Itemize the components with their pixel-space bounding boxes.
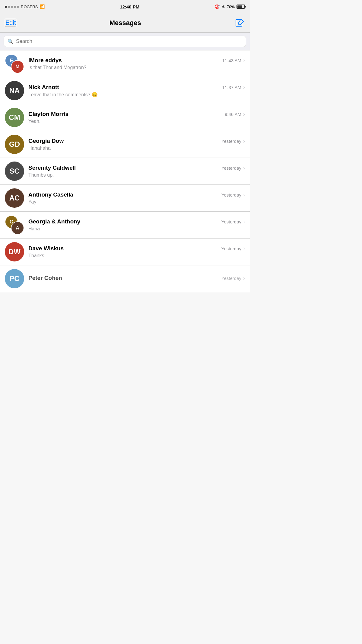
signal-dot-1 <box>5 6 7 8</box>
nav-bar: Edit Messages <box>0 13 250 33</box>
battery-percent: 70% <box>227 5 235 9</box>
message-content: Nick Arnott 11:37 AM › Leave that in the… <box>28 84 245 98</box>
message-header: Serenity Caldwell Yesterday › <box>28 165 245 171</box>
message-row[interactable]: G A Georgia & Anthony Yesterday › Haha <box>0 212 250 239</box>
message-time: Yesterday › <box>221 275 245 281</box>
message-row[interactable]: SC Serenity Caldwell Yesterday › Thumbs … <box>0 158 250 185</box>
message-header: Dave Wiskus Yesterday › <box>28 245 245 252</box>
message-row[interactable]: CM Clayton Morris 9:46 AM › Yeah. <box>0 104 250 131</box>
avatar-container: NA <box>5 81 24 100</box>
avatar: CM <box>5 108 24 127</box>
signal-dot-5 <box>17 6 19 8</box>
search-input[interactable] <box>16 38 242 44</box>
chevron-icon: › <box>243 275 245 281</box>
message-content: Anthony Casella Yesterday › Yay <box>28 191 245 205</box>
chevron-icon: › <box>243 111 245 117</box>
message-content: Peter Cohen Yesterday › <box>28 275 245 283</box>
message-header: Peter Cohen Yesterday › <box>28 275 245 281</box>
avatar-container: SC <box>5 162 24 181</box>
search-bar: 🔍 <box>4 36 246 47</box>
avatar-group: E M <box>5 54 24 73</box>
avatar-container: AC <box>5 188 24 208</box>
avatar-group: G A <box>5 215 24 235</box>
avatar-container: PC <box>5 269 24 288</box>
message-content: Georgia & Anthony Yesterday › Haha <box>28 218 245 232</box>
chevron-icon: › <box>243 57 245 64</box>
search-icon: 🔍 <box>8 39 14 44</box>
avatar-container: G A <box>5 215 24 235</box>
contact-name: iMore eddys <box>28 57 62 64</box>
avatar: GD <box>5 135 24 154</box>
target-icon: 🎯 <box>214 4 220 9</box>
compose-button[interactable] <box>234 18 245 28</box>
contact-name: Clayton Morris <box>28 111 68 117</box>
message-row[interactable]: NA Nick Arnott 11:37 AM › Leave that in … <box>0 77 250 104</box>
contact-name: Peter Cohen <box>28 275 62 281</box>
battery-icon <box>237 5 245 9</box>
message-preview: Thumbs up. <box>28 172 245 178</box>
avatar-sub-2: M <box>11 60 24 73</box>
chevron-icon: › <box>243 84 245 91</box>
chevron-icon: › <box>243 138 245 144</box>
avatar-sub-2: A <box>11 221 24 235</box>
search-bar-container: 🔍 <box>0 33 250 50</box>
message-content: Serenity Caldwell Yesterday › Thumbs up. <box>28 165 245 178</box>
message-header: Georgia Dow Yesterday › <box>28 138 245 144</box>
message-row[interactable]: E M iMore eddys 11:43 AM › Is that Thor … <box>0 50 250 77</box>
message-header: Nick Arnott 11:37 AM › <box>28 84 245 91</box>
avatar: SC <box>5 162 24 181</box>
message-preview: Thanks! <box>28 253 245 258</box>
avatar-container: GD <box>5 135 24 154</box>
messages-list: E M iMore eddys 11:43 AM › Is that Thor … <box>0 50 250 292</box>
message-preview: Is that Thor and Megatron? <box>28 65 245 70</box>
message-header: Georgia & Anthony Yesterday › <box>28 218 245 225</box>
message-content: Georgia Dow Yesterday › Hahahaha <box>28 138 245 151</box>
message-row[interactable]: AC Anthony Casella Yesterday › Yay <box>0 185 250 212</box>
message-preview: Hahahaha <box>28 146 245 151</box>
message-content: Clayton Morris 9:46 AM › Yeah. <box>28 111 245 124</box>
contact-name: Georgia Dow <box>28 138 64 144</box>
status-left: ROGERS 📶 <box>5 4 45 9</box>
message-row[interactable]: DW Dave Wiskus Yesterday › Thanks! <box>0 239 250 265</box>
message-header: Clayton Morris 9:46 AM › <box>28 111 245 117</box>
avatar: DW <box>5 242 24 261</box>
message-preview: Yay <box>28 199 245 205</box>
chevron-icon: › <box>243 192 245 198</box>
message-header: iMore eddys 11:43 AM › <box>28 57 245 64</box>
page-title: Messages <box>110 19 141 27</box>
signal-dot-2 <box>8 6 10 8</box>
avatar-container: CM <box>5 108 24 127</box>
edit-button[interactable]: Edit <box>5 19 16 27</box>
message-row[interactable]: GD Georgia Dow Yesterday › Hahahaha <box>0 131 250 158</box>
avatar: NA <box>5 81 24 100</box>
chevron-icon: › <box>243 245 245 252</box>
message-preview: Leave that in the comments? 😊 <box>28 92 245 98</box>
avatar: PC <box>5 269 24 288</box>
status-right: 🎯 ✱ 70% <box>214 4 245 9</box>
message-time: Yesterday › <box>221 192 245 198</box>
contact-name: Dave Wiskus <box>28 245 64 252</box>
message-time: Yesterday › <box>221 219 245 225</box>
compose-icon <box>235 18 244 27</box>
chevron-icon: › <box>243 165 245 171</box>
avatar: AC <box>5 188 24 208</box>
contact-name: Georgia & Anthony <box>28 218 80 225</box>
message-time: 9:46 AM › <box>225 111 245 117</box>
message-preview: Haha <box>28 226 245 232</box>
status-bar: ROGERS 📶 12:40 PM 🎯 ✱ 70% <box>0 0 250 13</box>
contact-name: Serenity Caldwell <box>28 165 76 171</box>
message-content: Dave Wiskus Yesterday › Thanks! <box>28 245 245 258</box>
message-preview: Yeah. <box>28 119 245 124</box>
message-time: 11:43 AM › <box>222 57 245 64</box>
status-time: 12:40 PM <box>120 4 139 9</box>
signal-dot-4 <box>14 6 16 8</box>
wifi-icon: 📶 <box>40 4 45 9</box>
message-row[interactable]: PC Peter Cohen Yesterday › <box>0 265 250 292</box>
avatar-container: DW <box>5 242 24 261</box>
message-time: Yesterday › <box>221 245 245 252</box>
signal-dots <box>5 6 19 8</box>
chevron-icon: › <box>243 219 245 225</box>
contact-name: Anthony Casella <box>28 191 73 198</box>
carrier-label: ROGERS <box>21 5 38 9</box>
bluetooth-icon: ✱ <box>221 4 225 9</box>
